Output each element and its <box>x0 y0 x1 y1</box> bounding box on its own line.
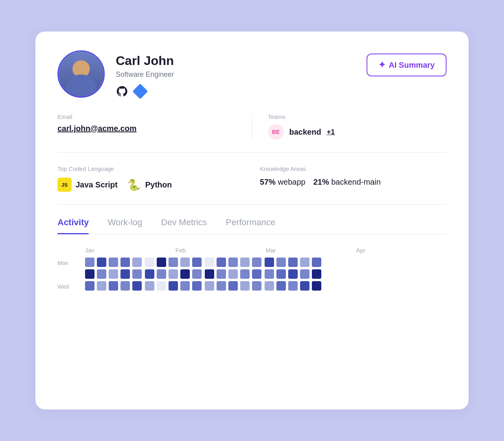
knowledge-items: 57% webapp 21% backend-main <box>260 178 447 187</box>
profile-name: Carl John <box>116 54 174 68</box>
day-cell <box>240 269 250 279</box>
day-cell <box>169 269 178 279</box>
team-name: backend <box>289 128 321 137</box>
team-badge: BE <box>268 124 284 140</box>
week-row <box>265 281 321 291</box>
week-row <box>85 258 142 267</box>
ka1-pct: 57% <box>260 178 276 186</box>
email-label: Email <box>57 113 236 120</box>
day-cell <box>180 269 190 279</box>
day-cell <box>97 269 106 279</box>
activity-grid: Mon Wed <box>57 258 447 291</box>
day-cell <box>85 258 94 267</box>
py-name: Python <box>145 180 172 189</box>
day-cell <box>312 258 321 267</box>
github-icon[interactable] <box>116 85 128 98</box>
day-cell <box>252 281 261 291</box>
week-row <box>145 258 202 267</box>
day-cell <box>192 258 202 267</box>
knowledge-item-1: 57% webapp <box>260 178 306 187</box>
tab-devmetrics[interactable]: Dev Metrics <box>161 217 207 234</box>
day-cell <box>132 258 142 267</box>
email-value: carl.john@acme.com <box>57 124 236 133</box>
languages-label: Top Coded Language <box>57 165 244 172</box>
day-cell <box>120 281 130 291</box>
day-cell <box>205 281 214 291</box>
day-cell <box>192 269 202 279</box>
activity-section: Jan Feb Mar Apr Mon Wed <box>57 247 447 291</box>
day-cell <box>157 269 166 279</box>
teams-value: BE backend +1 <box>268 124 447 140</box>
week-row <box>205 281 261 291</box>
info-row: Email carl.john@acme.com Teams BE backen… <box>57 113 447 153</box>
day-cell <box>205 269 214 279</box>
knowledge-section: Knowledge Areas 57% webapp 21% backend-m… <box>244 165 447 192</box>
month-labels: Jan Feb Mar Apr <box>57 247 447 254</box>
day-cell <box>288 269 298 279</box>
month-grid-0 <box>85 258 142 291</box>
email-section: Email carl.john@acme.com <box>57 113 252 140</box>
ka2-pct: 21% <box>313 178 329 186</box>
day-cell <box>228 281 238 291</box>
tabs: Activity Work-log Dev Metrics Performanc… <box>57 217 447 234</box>
month-grid-3 <box>265 258 321 291</box>
day-cell <box>288 281 298 291</box>
day-cell <box>276 258 286 267</box>
day-cell <box>180 258 190 267</box>
day-cell <box>240 281 250 291</box>
week-row <box>85 269 142 279</box>
tab-worklog[interactable]: Work-log <box>107 217 142 234</box>
ka2-name: backend-main <box>331 178 381 186</box>
day-cell <box>276 281 286 291</box>
day-cell <box>300 281 309 291</box>
day-cell <box>109 281 118 291</box>
languages-section: Top Coded Language JS Java Script 🐍 Pyth… <box>57 165 244 192</box>
week-row <box>265 258 321 267</box>
lang-python: 🐍 Python <box>127 178 172 192</box>
avatar <box>57 50 105 98</box>
month-jan: Jan <box>85 247 176 254</box>
day-cell <box>205 258 214 267</box>
day-cell <box>265 258 274 267</box>
profile-icons <box>116 85 174 98</box>
languages-list: JS Java Script 🐍 Python <box>57 178 244 192</box>
month-feb: Feb <box>176 247 266 254</box>
day-cell <box>85 281 94 291</box>
team-plus[interactable]: +1 <box>327 128 335 136</box>
teams-section: Teams BE backend +1 <box>252 113 447 140</box>
js-icon: JS <box>57 178 72 192</box>
day-cell <box>192 281 202 291</box>
month-apr: Apr <box>356 247 447 254</box>
day-cell <box>120 269 130 279</box>
month-grid-2 <box>205 258 261 291</box>
day-cell <box>312 269 321 279</box>
day-cell <box>265 269 274 279</box>
day-cell <box>145 269 154 279</box>
day-mon: Mon <box>57 258 85 268</box>
profile-title: Software Engineer <box>116 70 174 79</box>
diamond-icon[interactable] <box>132 83 148 99</box>
day-cell <box>265 281 274 291</box>
lang-javascript: JS Java Script <box>57 178 118 192</box>
knowledge-item-2: 21% backend-main <box>313 178 381 187</box>
day-cell <box>180 281 190 291</box>
ai-summary-button[interactable]: ✦ AI Summary <box>367 54 447 76</box>
week-row <box>145 281 202 291</box>
profile-left: Carl John Software Engineer <box>57 50 174 98</box>
day-cell <box>109 258 118 267</box>
day-cell <box>132 281 142 291</box>
day-cell <box>300 269 309 279</box>
ai-summary-label: AI Summary <box>389 61 435 70</box>
day-cell <box>157 281 166 291</box>
months-grid <box>85 258 447 291</box>
day-cell <box>97 258 106 267</box>
tab-activity[interactable]: Activity <box>57 217 89 234</box>
day-cell <box>217 281 226 291</box>
day-cell <box>97 281 106 291</box>
day-cell <box>169 281 178 291</box>
details-row: Top Coded Language JS Java Script 🐍 Pyth… <box>57 153 447 205</box>
tab-performance[interactable]: Performance <box>226 217 275 234</box>
day-cell <box>109 269 118 279</box>
day-cell <box>228 258 238 267</box>
day-cell <box>217 269 226 279</box>
